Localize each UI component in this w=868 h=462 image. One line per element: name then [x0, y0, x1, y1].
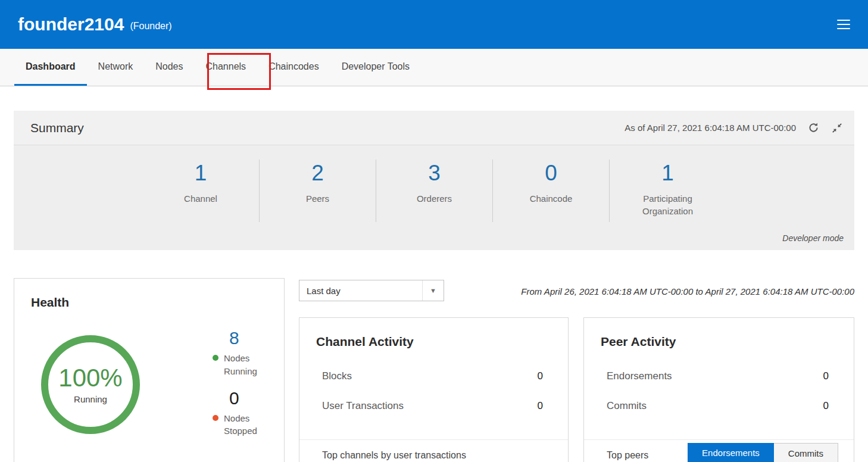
blocks-label: Blocks — [322, 370, 352, 382]
health-title: Health — [31, 295, 284, 310]
summary-stats: 1 Channel 2 Peers 3 Orderers 0 Chaincode… — [14, 160, 854, 222]
stat-chaincode-value: 0 — [493, 161, 609, 186]
top-channels-label: Top channels by user transactions — [322, 450, 466, 461]
peer-activity-title: Peer Activity — [601, 335, 854, 349]
user-transactions-row: User Transactions 0 — [299, 400, 568, 412]
app-header: founder2104 (Founder) — [0, 0, 868, 49]
stat-participating-organization-label: Participating Organization — [623, 192, 713, 217]
stopped-dot-icon — [213, 415, 218, 421]
nodes-stopped-value: 0 — [229, 388, 257, 409]
commits-label: Commits — [607, 400, 647, 412]
stat-channel[interactable]: 1 Channel — [142, 160, 259, 222]
collapse-icon[interactable] — [830, 121, 844, 135]
health-donut-chart: 100% Running — [41, 335, 140, 434]
nodes-stopped-stat: 0 Nodes Stopped — [213, 388, 257, 438]
developer-mode-label: Developer mode — [782, 233, 844, 243]
date-range-text: From April 26, 2021 6:04:18 AM UTC-00:00… — [521, 286, 854, 296]
stat-participating-organization[interactable]: 1 Participating Organization — [609, 160, 726, 222]
stat-channel-value: 1 — [142, 161, 259, 186]
stat-orderers-label: Orderers — [390, 192, 479, 205]
endorsements-label: Endorsements — [607, 370, 672, 382]
health-percent-label: Running — [74, 394, 107, 404]
stat-chaincode[interactable]: 0 Chaincode — [492, 160, 609, 222]
chevron-down-icon: ▼ — [422, 280, 444, 301]
tab-dashboard[interactable]: Dashboard — [14, 49, 87, 86]
page-subtitle: (Founder) — [130, 21, 171, 32]
top-peers-label: Top peers — [607, 450, 648, 461]
summary-title: Summary — [30, 121, 84, 135]
peer-activity-card: Peer Activity Endorsements 0 Commits 0 T… — [583, 317, 854, 462]
tab-chaincodes[interactable]: Chaincodes — [257, 49, 330, 86]
summary-header: Summary As of April 27, 2021 6:04:18 AM … — [14, 111, 854, 145]
stat-participating-organization-value: 1 — [610, 161, 726, 186]
summary-as-of-timestamp: As of April 27, 2021 6:04:18 AM UTC-00:0… — [625, 123, 796, 133]
divider — [299, 439, 568, 440]
endorsements-row: Endorsements 0 — [584, 370, 854, 382]
running-dot-icon — [213, 355, 218, 361]
time-range-selected-value: Last day — [307, 286, 341, 296]
nodes-stopped-label: Nodes Stopped — [224, 412, 257, 438]
stat-peers-label: Peers — [273, 192, 363, 205]
menu-icon[interactable] — [837, 17, 850, 32]
endorsements-value: 0 — [823, 370, 829, 382]
stat-chaincode-label: Chaincode — [507, 192, 596, 205]
nodes-running-stat: 8 Nodes Running — [213, 327, 257, 378]
stat-orderers-value: 3 — [376, 161, 492, 186]
page-title: founder2104 — [18, 14, 124, 35]
toggle-commits-button[interactable]: Commits — [774, 443, 838, 462]
top-peers-toggle: Endorsements Commits — [688, 443, 838, 462]
blocks-row: Blocks 0 — [299, 370, 568, 382]
tab-bar: Dashboard Network Nodes Channels Chainco… — [0, 49, 868, 86]
tab-developer-tools[interactable]: Developer Tools — [330, 49, 421, 86]
tab-nodes[interactable]: Nodes — [144, 49, 194, 86]
tab-network[interactable]: Network — [87, 49, 145, 86]
tab-channels[interactable]: Channels — [195, 49, 258, 86]
user-transactions-value: 0 — [538, 400, 543, 412]
channel-activity-card: Channel Activity Blocks 0 User Transacti… — [299, 317, 569, 462]
dashboard-page: founder2104 (Founder) Dashboard Network … — [0, 0, 868, 462]
commits-row: Commits 0 — [584, 400, 854, 412]
stat-peers-value: 2 — [260, 161, 376, 186]
refresh-icon[interactable] — [807, 121, 820, 135]
stat-channel-label: Channel — [156, 192, 245, 205]
summary-panel: Summary As of April 27, 2021 6:04:18 AM … — [14, 111, 854, 250]
nodes-running-value: 8 — [229, 327, 257, 349]
nodes-running-label: Nodes Running — [224, 352, 257, 378]
health-card: Health 100% Running 8 Nodes Running 0 — [14, 278, 285, 462]
time-range-select[interactable]: Last day ▼ — [299, 280, 444, 301]
stat-orderers[interactable]: 3 Orderers — [376, 160, 492, 222]
commits-value: 0 — [823, 400, 829, 412]
channel-activity-title: Channel Activity — [316, 335, 568, 349]
stat-peers[interactable]: 2 Peers — [259, 160, 376, 222]
toggle-endorsements-button[interactable]: Endorsements — [688, 443, 774, 462]
blocks-value: 0 — [538, 370, 543, 382]
divider — [584, 439, 854, 440]
health-percent: 100% — [58, 366, 122, 391]
user-transactions-label: User Transactions — [322, 400, 404, 412]
